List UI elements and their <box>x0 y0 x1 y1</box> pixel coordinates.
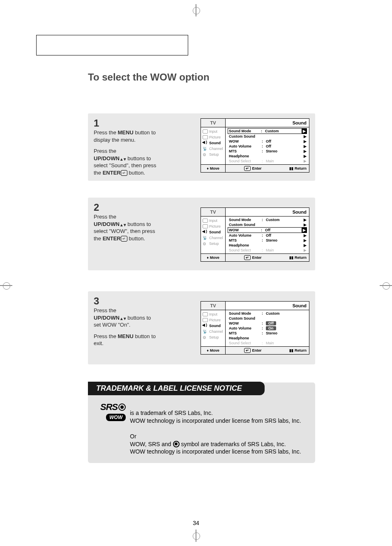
updown-icon: ▲▼ <box>120 316 126 322</box>
page-number: 34 <box>193 520 199 526</box>
menu-label: MENU <box>118 333 134 339</box>
osd-row-sound-select: Sound Select:Main▶ <box>226 248 309 253</box>
osd-row-mts: MTS:Stereo▶ <box>226 238 309 243</box>
colon: : <box>261 129 265 133</box>
osd-row-sound-mode: Sound Mode:Custom▶ <box>228 128 307 134</box>
label: WOW <box>229 139 262 143</box>
text: Or <box>130 433 136 440</box>
text: Press the <box>94 129 118 136</box>
text: Press the <box>94 307 116 313</box>
text: WOW technology is incorporated under lic… <box>130 448 301 455</box>
move-icon: ♦ <box>207 166 209 170</box>
arrow-icon: ▶ <box>302 144 307 148</box>
srs-wow-badge: WOW <box>106 414 126 421</box>
move-label: Move <box>210 166 219 170</box>
text: is a trademark of SRS Labs, Inc. <box>130 410 213 416</box>
value: Main <box>266 341 302 345</box>
label: Headphone <box>229 243 262 247</box>
value-on-pill: On <box>266 326 276 330</box>
colon: : <box>262 233 266 237</box>
value: Custom <box>266 311 302 316</box>
crop-mark-top <box>190 4 202 16</box>
crop-mark-right <box>380 279 392 292</box>
setup-icon <box>203 242 208 246</box>
label: Headphone <box>229 154 262 158</box>
osd-row-wow: WOW:Off▶ <box>226 139 309 144</box>
arrow-icon: ▶ <box>302 243 307 247</box>
arrow-icon: ▶ <box>302 154 307 158</box>
sidebar-item-setup: Setup <box>201 152 225 157</box>
osd-tv-label: TV <box>201 119 226 127</box>
text: button. <box>127 170 145 176</box>
sidebar-item-setup: Setup <box>201 334 225 340</box>
crop-mark-left <box>0 279 12 292</box>
colon: : <box>262 159 266 163</box>
channel-icon <box>203 236 208 240</box>
colon: : <box>262 331 266 335</box>
arrow-icon: ▶ <box>302 223 307 227</box>
enter-label: ENTER <box>103 235 121 242</box>
setup-icon <box>203 335 208 339</box>
input-icon <box>203 312 208 316</box>
label: WOW <box>229 321 262 325</box>
label: Auto Volume <box>229 144 262 148</box>
sound-icon <box>203 324 208 328</box>
value: Stereo <box>266 331 302 335</box>
arrow-icon: ▶ <box>302 129 307 134</box>
osd-sidebar: Input Picture Sound Channel Setup <box>201 310 226 346</box>
colon: : <box>262 149 266 153</box>
srs-dot-icon <box>118 403 126 411</box>
move-icon: ♦ <box>207 348 209 352</box>
osd-row-sound-mode: Sound Mode:Custom <box>226 311 309 316</box>
value: Custom <box>265 129 302 133</box>
arrow-icon: ▶ <box>302 149 307 153</box>
colon: : <box>262 321 266 325</box>
osd-title: Sound <box>226 302 309 310</box>
label: Picture <box>209 135 221 139</box>
value: Stereo <box>266 149 302 153</box>
label: Input <box>209 129 217 134</box>
text: Press the <box>94 333 118 339</box>
move-label: Move <box>210 348 219 352</box>
osd-row-auto-volume: Auto Volume:Off▶ <box>226 144 309 149</box>
move-label: Move <box>210 256 219 260</box>
osd-row-wow: WOW:Off▶ <box>228 227 307 233</box>
colon: : <box>262 144 266 148</box>
osd-title: Sound <box>226 208 309 216</box>
updown-icon: ▲▼ <box>120 222 126 228</box>
osd-screen-3: TV Sound Input Picture Sound Channel Set… <box>201 301 309 355</box>
step-1-block: 1 Press the MENU button to display the m… <box>88 113 315 181</box>
step-3-block: 3 Press the UP/DOWN▲▼ buttons to set WOW… <box>88 291 315 364</box>
label: Sound Select <box>229 248 262 252</box>
sidebar-item-sound: Sound <box>201 229 225 235</box>
sound-icon <box>203 141 208 145</box>
sidebar-item-input: Input <box>201 311 225 317</box>
updown-label: UP/DOWN <box>94 315 120 321</box>
label: Sound <box>209 141 221 145</box>
sidebar-item-picture: Picture <box>201 317 225 323</box>
osd-row-sound-mode: Sound Mode:Custom▶ <box>226 217 309 222</box>
label: Sound Mode <box>229 311 262 316</box>
arrow-icon: ▶ <box>302 233 307 237</box>
label: WOW <box>229 228 261 232</box>
enter-icon: ↵ <box>244 348 251 353</box>
setup-icon <box>203 152 208 157</box>
enter-icon: ↵ <box>244 255 251 260</box>
sidebar-item-channel: Channel <box>201 329 225 334</box>
colon: : <box>262 218 266 222</box>
value: Custom <box>266 218 302 222</box>
notice-body: SRS WOW is a trademark of SRS Labs, Inc.… <box>88 395 315 456</box>
osd-row-sound-select: Sound Select:Main▶ <box>226 159 309 164</box>
sidebar-item-input: Input <box>201 218 225 223</box>
value-off-pill: Off <box>266 321 276 325</box>
updown-label: UP/DOWN <box>94 155 120 161</box>
osd-row-mts: MTS:Stereo <box>226 331 309 336</box>
sidebar-item-picture: Picture <box>201 223 225 229</box>
sidebar-item-input: Input <box>201 129 225 134</box>
sidebar-item-picture: Picture <box>201 134 225 140</box>
osd-sidebar: Input Picture Sound Channel Setup <box>201 127 226 164</box>
sidebar-item-sound: Sound <box>201 323 225 329</box>
sidebar-item-channel: Channel <box>201 146 225 152</box>
enter-icon: ↵ <box>121 170 127 176</box>
label: Sound <box>209 324 221 328</box>
